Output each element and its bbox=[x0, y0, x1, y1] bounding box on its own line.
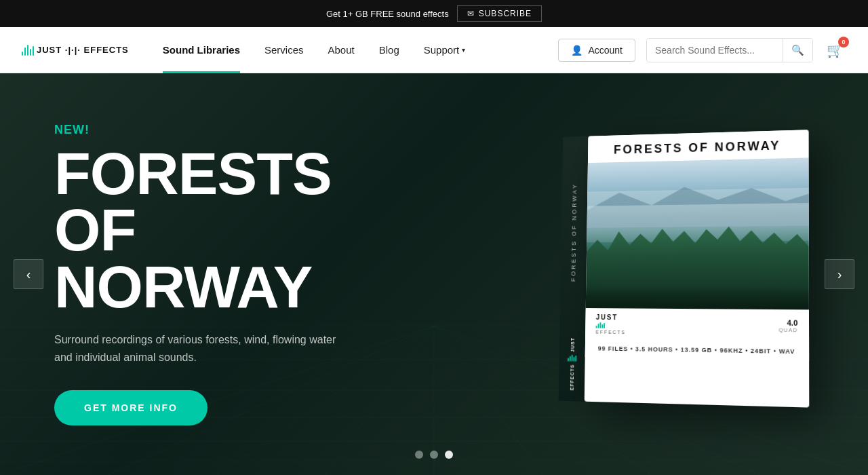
box-effects-label: EFFECTS bbox=[595, 330, 625, 335]
nav-about[interactable]: About bbox=[316, 27, 367, 73]
account-label: Account bbox=[588, 45, 623, 56]
box-brand-name: JUST bbox=[596, 314, 618, 321]
hero-content: NEW! FORESTS OFNORWAY Surround recording… bbox=[0, 123, 477, 426]
carousel-next-button[interactable]: › bbox=[825, 259, 854, 289]
box-just-logo: JUST EFFECTS bbox=[595, 314, 626, 335]
nav-blog[interactable]: Blog bbox=[367, 27, 412, 73]
top-banner: Get 1+ GB FREE sound effects ✉ SUBSCRIBE bbox=[0, 0, 868, 27]
cart-badge: 0 bbox=[838, 37, 849, 48]
user-icon: 👤 bbox=[571, 45, 583, 56]
product-box: FORESTS OF NORWAY JUST EFFECTS bbox=[556, 132, 814, 417]
get-more-info-button[interactable]: GET MORE INFO bbox=[54, 390, 208, 425]
header: JUST ·|·|· EFFECTS Sound Libraries Servi… bbox=[0, 27, 868, 73]
nav-support[interactable]: Support ▾ bbox=[412, 27, 478, 73]
nav-sound-libraries[interactable]: Sound Libraries bbox=[151, 27, 252, 73]
carousel-dot-2[interactable] bbox=[445, 451, 453, 459]
box-version-type: QUAD bbox=[778, 327, 797, 334]
main-nav: Sound Libraries Services About Blog Supp… bbox=[151, 27, 559, 73]
search-wrapper: 🔍 bbox=[646, 38, 813, 62]
search-icon: 🔍 bbox=[791, 44, 804, 56]
box-product-title: FORESTS OF NORWAY bbox=[598, 138, 797, 157]
foreground-layer bbox=[586, 286, 809, 310]
box-front: FORESTS OF NORWAY bbox=[585, 130, 810, 407]
header-right: 👤 Account 🔍 🛒 0 bbox=[558, 38, 846, 62]
chevron-left-icon: ‹ bbox=[26, 267, 31, 282]
hero-section: ‹ NEW! FORESTS OFNORWAY Surround recordi… bbox=[0, 73, 868, 475]
box-version-area: 4.0 QUAD bbox=[778, 318, 797, 333]
logo[interactable]: JUST ·|·|· EFFECTS bbox=[22, 45, 129, 56]
hero-title: FORESTS OFNORWAY bbox=[54, 145, 423, 316]
new-label: NEW! bbox=[54, 123, 423, 137]
logo-text: JUST ·|·|· EFFECTS bbox=[37, 45, 129, 55]
box-side: FORESTS OF NORWAY JUST EFFECTS bbox=[559, 136, 589, 402]
account-button[interactable]: 👤 Account bbox=[558, 39, 635, 62]
subscribe-label: SUBSCRIBE bbox=[479, 9, 532, 18]
search-button[interactable]: 🔍 bbox=[783, 39, 812, 62]
hero-description: Surround recordings of various forests, … bbox=[54, 331, 339, 366]
cart-button[interactable]: 🛒 0 bbox=[824, 39, 846, 61]
carousel-dot-0[interactable] bbox=[415, 451, 423, 459]
box-side-brand: JUST bbox=[570, 337, 574, 352]
email-icon: ✉ bbox=[467, 9, 475, 18]
box-image bbox=[586, 157, 809, 309]
chevron-right-icon: › bbox=[837, 267, 842, 282]
box-stats: 99 FILES • 3.5 HOURS • 13.59 GB • 96KHZ … bbox=[585, 339, 809, 361]
nav-services[interactable]: Services bbox=[252, 27, 316, 73]
box-side-effects: EFFECTS bbox=[570, 364, 574, 391]
banner-text: Get 1+ GB FREE sound effects bbox=[326, 9, 449, 19]
forest-scene bbox=[586, 157, 809, 309]
box-version: 4.0 bbox=[778, 318, 797, 327]
subscribe-button[interactable]: ✉ SUBSCRIBE bbox=[457, 5, 542, 22]
search-input[interactable] bbox=[647, 39, 783, 61]
carousel-dot-1[interactable] bbox=[430, 451, 438, 459]
logo-waveform bbox=[22, 45, 34, 56]
carousel-prev-button[interactable]: ‹ bbox=[14, 259, 43, 289]
chevron-down-icon: ▾ bbox=[462, 46, 465, 54]
carousel-dots bbox=[415, 451, 453, 459]
box-mockup: FORESTS OF NORWAY JUST EFFECTS bbox=[558, 130, 816, 422]
box-side-title: FORESTS OF NORWAY bbox=[570, 183, 578, 282]
box-logo-area: JUST EFFECTS 4.0 QUAD bbox=[585, 308, 809, 343]
